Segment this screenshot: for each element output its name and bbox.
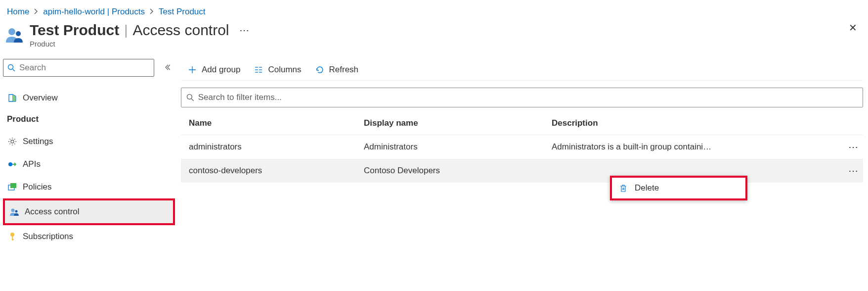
chevron-right-icon	[34, 8, 38, 16]
refresh-icon	[315, 65, 324, 74]
key-icon	[7, 231, 18, 242]
delete-icon	[619, 184, 628, 193]
row-more-icon[interactable]: ⋯	[848, 142, 859, 152]
table-row[interactable]: administrators Administrators Administra…	[181, 135, 863, 159]
svg-point-0	[8, 28, 15, 35]
svg-rect-7	[10, 183, 16, 188]
row-more-icon[interactable]: ⋯	[848, 165, 859, 176]
api-icon	[7, 159, 18, 170]
col-header-display[interactable]: Display name	[364, 118, 552, 128]
main-layout: Overview Product Settings APIs	[0, 59, 868, 248]
table-header: Name Display name Description	[181, 111, 863, 135]
refresh-button[interactable]: Refresh	[308, 59, 366, 80]
sidebar-item-label: Settings	[23, 137, 53, 146]
sidebar-item-label: Access control	[25, 207, 80, 217]
sidebar-item-overview[interactable]: Overview	[3, 87, 175, 109]
page-title-section: Access control	[132, 22, 229, 39]
sidebar-item-access-control[interactable]: Access control	[5, 200, 173, 223]
plus-icon	[188, 65, 197, 74]
sidebar-item-apis[interactable]: APIs	[3, 153, 175, 176]
sidebar-search[interactable]	[3, 59, 154, 77]
sidebar-item-subscriptions[interactable]: Subscriptions	[3, 225, 175, 248]
tool-label: Add group	[202, 65, 240, 75]
svg-line-3	[13, 69, 15, 72]
filter-search[interactable]	[181, 88, 863, 107]
sidebar-search-input[interactable]	[19, 63, 150, 73]
sidebar-item-label: Subscriptions	[23, 232, 73, 242]
cell-display: Administrators	[364, 142, 552, 152]
sidebar-heading: Product	[3, 109, 175, 130]
breadcrumb: Home apim-hello-world | Products Test Pr…	[0, 0, 868, 22]
svg-point-4	[11, 140, 14, 143]
svg-point-5	[8, 162, 12, 166]
product-icon	[5, 25, 25, 45]
cell-name: administrators	[181, 142, 364, 152]
search-icon	[7, 64, 15, 72]
svg-point-19	[187, 95, 192, 99]
access-control-icon	[9, 206, 20, 217]
svg-rect-12	[12, 239, 14, 240]
header-text: Test Product | Access control ⋯ Product	[30, 22, 845, 48]
columns-button[interactable]: Columns	[247, 59, 308, 80]
svg-point-10	[10, 233, 14, 237]
overview-icon	[7, 93, 18, 103]
groups-table: Name Display name Description administra…	[181, 111, 863, 183]
context-label: Delete	[635, 183, 659, 193]
chevron-right-icon	[150, 8, 154, 16]
page-subtitle: Product	[30, 40, 845, 48]
filter-input[interactable]	[198, 93, 858, 102]
sidebar-item-label: Policies	[23, 182, 52, 192]
title-separator: |	[124, 22, 128, 38]
toolbar: Add group Columns	[181, 59, 863, 81]
columns-icon	[254, 65, 263, 74]
tool-label: Columns	[268, 65, 301, 75]
svg-point-8	[11, 209, 15, 212]
cell-description: Administrators is a built-in group conta…	[552, 142, 843, 152]
svg-point-9	[15, 210, 18, 213]
gear-icon	[7, 136, 18, 147]
sidebar-item-label: Overview	[23, 93, 58, 103]
breadcrumb-current[interactable]: Test Product	[159, 7, 206, 17]
page-title-name: Test Product	[30, 22, 119, 39]
sidebar-item-policies[interactable]: Policies	[3, 176, 175, 198]
sidebar-item-settings[interactable]: Settings	[3, 130, 175, 153]
svg-point-2	[8, 65, 13, 70]
context-delete[interactable]: Delete	[612, 178, 745, 198]
breadcrumb-products[interactable]: apim-hello-world | Products	[43, 7, 145, 17]
svg-point-1	[16, 31, 21, 36]
add-group-button[interactable]: Add group	[181, 59, 247, 80]
svg-line-20	[191, 98, 193, 100]
collapse-sidebar-icon[interactable]	[164, 64, 171, 72]
tool-label: Refresh	[329, 65, 359, 75]
col-header-name[interactable]: Name	[181, 118, 364, 128]
sidebar-item-label: APIs	[23, 159, 41, 169]
main-content: Add group Columns	[178, 59, 868, 248]
cell-name: contoso-developers	[181, 166, 364, 176]
col-header-description[interactable]: Description	[552, 118, 843, 128]
cell-display: Contoso Developers	[364, 166, 552, 176]
context-menu: Delete	[610, 176, 747, 200]
table-row[interactable]: contoso-developers Contoso Developers ⋯	[181, 159, 863, 183]
breadcrumb-home[interactable]: Home	[7, 7, 29, 17]
close-icon[interactable]: ✕	[845, 22, 861, 34]
policies-icon	[7, 182, 18, 193]
search-icon	[186, 94, 194, 101]
sidebar: Overview Product Settings APIs	[0, 59, 178, 248]
title-more-icon[interactable]: ⋯	[239, 24, 250, 36]
page-header: Test Product | Access control ⋯ Product …	[0, 22, 868, 59]
